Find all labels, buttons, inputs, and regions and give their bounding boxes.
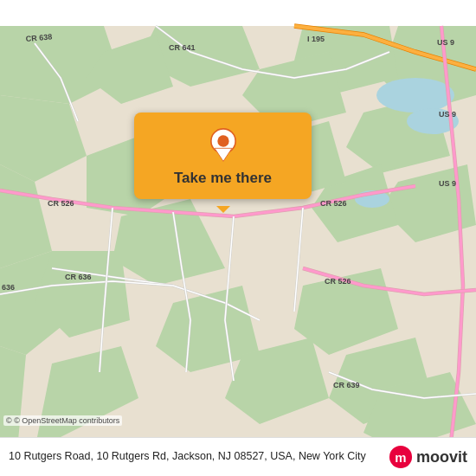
svg-text:CR 526: CR 526 bbox=[325, 277, 351, 286]
osm-attribution-text: © OpenStreetMap contributors bbox=[14, 416, 119, 425]
moovit-icon: m bbox=[389, 445, 413, 469]
svg-point-24 bbox=[376, 78, 454, 113]
svg-text:CR 636: CR 636 bbox=[65, 273, 92, 281]
location-pin-icon bbox=[206, 128, 241, 163]
moovit-logo: m moovit bbox=[389, 445, 467, 469]
moovit-brand-text: moovit bbox=[416, 448, 467, 466]
svg-text:CR 526: CR 526 bbox=[320, 199, 347, 208]
osm-attribution: © © OpenStreetMap contributors bbox=[3, 415, 122, 426]
svg-text:CR 526: CR 526 bbox=[48, 199, 74, 208]
osm-copyright-icon: © bbox=[6, 416, 12, 425]
svg-point-40 bbox=[217, 135, 228, 146]
svg-text:CR 641: CR 641 bbox=[169, 43, 196, 52]
map-container: CR 638 CR 641 I 195 US 9 US 9 US 9 CR 52… bbox=[0, 0, 476, 476]
svg-text:CR 639: CR 639 bbox=[333, 381, 360, 389]
svg-text:636: 636 bbox=[2, 283, 15, 292]
svg-text:US 9: US 9 bbox=[439, 179, 456, 188]
svg-text:US 9: US 9 bbox=[437, 38, 454, 47]
bottom-bar: 10 Rutgers Road, 10 Rutgers Rd, Jackson,… bbox=[0, 437, 476, 476]
svg-text:I 195: I 195 bbox=[307, 35, 325, 43]
svg-text:m: m bbox=[395, 450, 406, 465]
svg-marker-41 bbox=[215, 148, 232, 161]
svg-text:US 9: US 9 bbox=[439, 110, 456, 119]
take-me-there-button[interactable]: Take me there bbox=[174, 170, 272, 187]
map-callout: Take me there bbox=[134, 113, 312, 199]
address-text: 10 Rutgers Road, 10 Rutgers Rd, Jackson,… bbox=[9, 449, 380, 465]
